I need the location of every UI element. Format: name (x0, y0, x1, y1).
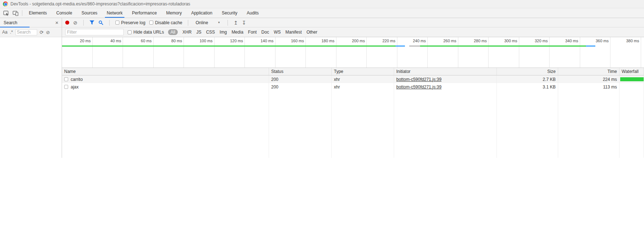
overview-bar-carrito (62, 46, 396, 47)
type-filter-ws[interactable]: WS (274, 30, 281, 35)
chevron-down-icon: ▼ (217, 21, 220, 24)
cell-status: 200 (269, 75, 332, 83)
window-title: DevTools - solgetienda.opt-media.es/es/8… (10, 1, 190, 6)
type-filter-font[interactable]: Font (248, 30, 257, 35)
hide-data-urls-label: Hide data URLs (133, 30, 164, 35)
request-checkbox[interactable] (64, 77, 68, 81)
devtools-content: Search × Aa .* ⟳ ⊘ ⊘ (0, 18, 644, 158)
import-har-icon[interactable]: ↥ (234, 20, 238, 25)
network-panel: ⊘ Preserve log (62, 18, 644, 158)
overview-bars (62, 46, 644, 47)
overview-bar-ajax (586, 46, 595, 47)
devtools-window: DevTools - solgetienda.opt-media.es/es/8… (0, 0, 644, 234)
timeline-tick: 300 ms (489, 37, 519, 68)
timeline-tick: 380 ms (610, 37, 641, 68)
type-filter-all[interactable]: All (168, 29, 178, 35)
network-overview[interactable]: 20 ms40 ms60 ms80 ms100 ms120 ms140 ms16… (62, 37, 644, 68)
network-toolbar: ⊘ Preserve log (62, 18, 644, 27)
record-icon[interactable] (65, 21, 69, 25)
tab-search[interactable]: Search (0, 18, 30, 27)
export-har-icon[interactable]: ↧ (242, 20, 246, 25)
tab-performance[interactable]: Performance (127, 8, 162, 18)
request-checkbox[interactable] (64, 85, 68, 89)
cell-waterfall (619, 83, 644, 91)
empty-column (62, 91, 269, 158)
cell-name[interactable]: carrito (62, 75, 269, 83)
timeline-tick: 340 ms (550, 37, 580, 68)
resource-type-filters: AllXHRJSCSSImgMediaFontDocWSManifestOthe… (168, 29, 317, 35)
column-header-type[interactable]: Type (332, 68, 394, 75)
tab-console[interactable]: Console (52, 8, 77, 18)
filter-input[interactable] (65, 29, 124, 35)
filter-icon[interactable] (89, 20, 94, 25)
tab-sources[interactable]: Sources (77, 8, 102, 18)
type-filter-xhr[interactable]: XHR (182, 30, 191, 35)
timeline-tick: 240 ms (397, 37, 428, 68)
clear-search-icon[interactable]: ⊘ (46, 30, 50, 35)
inspect-element-icon[interactable] (1, 8, 11, 18)
chrome-favicon (3, 1, 8, 6)
type-filter-manifest[interactable]: Manifest (286, 30, 302, 35)
initiator-link[interactable]: bottom-c590fd271.js:39 (396, 77, 441, 82)
cell-initiator: bottom-c590fd271.js:39 (394, 75, 497, 83)
hide-data-urls-box[interactable] (128, 30, 132, 34)
hide-data-urls-checkbox[interactable]: Hide data URLs (128, 30, 164, 35)
type-filter-media[interactable]: Media (231, 30, 243, 35)
tab-memory[interactable]: Memory (162, 8, 186, 18)
clear-requests-icon[interactable]: ⊘ (73, 20, 78, 25)
search-panel: Search × Aa .* ⟳ ⊘ (0, 18, 62, 158)
timeline-tick: 160 ms (275, 37, 306, 68)
type-filter-doc[interactable]: Doc (261, 30, 269, 35)
timeline-tick: 280 ms (458, 37, 489, 68)
refresh-icon[interactable]: ⟳ (40, 30, 44, 35)
empty-column (269, 91, 332, 158)
type-filter-img[interactable]: Img (220, 30, 227, 35)
search-input[interactable] (16, 29, 37, 35)
window-titlebar: DevTools - solgetienda.opt-media.es/es/8… (0, 0, 644, 8)
waterfall-bar (620, 77, 644, 81)
timeline-tick: 140 ms (245, 37, 275, 68)
match-case-button[interactable]: Aa (2, 30, 8, 34)
column-header-size[interactable]: Size (497, 68, 558, 75)
close-icon[interactable]: × (55, 20, 58, 25)
cell-status: 200 (269, 83, 332, 91)
regex-button[interactable]: .* (10, 30, 13, 34)
tab-network[interactable]: Network (102, 8, 127, 18)
column-header-name[interactable]: Name (62, 68, 269, 75)
tab-application[interactable]: Application (186, 8, 217, 18)
search-results-area (0, 37, 62, 158)
preserve-log-checkbox[interactable]: Preserve log (115, 20, 145, 25)
request-row-ajax[interactable]: ajax200xhrbottom-c590fd271.js:393.1 KB11… (62, 83, 644, 91)
column-header-initiator[interactable]: Initiator (394, 68, 497, 75)
search-icon[interactable] (98, 20, 103, 25)
search-tab-label: Search (4, 20, 17, 25)
cell-name[interactable]: ajax (62, 83, 269, 91)
column-header-status[interactable]: Status (269, 68, 332, 75)
tab-audits[interactable]: Audits (242, 8, 263, 18)
type-filter-css[interactable]: CSS (206, 30, 215, 35)
cell-type: xhr (332, 75, 394, 83)
requests-table-empty-area (62, 91, 644, 158)
overview-timeline: 20 ms40 ms60 ms80 ms100 ms120 ms140 ms16… (62, 37, 644, 68)
devtools-tabs: ElementsConsoleSourcesNetworkPerformance… (24, 8, 264, 18)
disable-cache-checkbox[interactable]: Disable cache (149, 20, 182, 25)
throttling-dropdown[interactable]: Online ▼ (194, 20, 222, 25)
timeline-tick: 60 ms (123, 37, 154, 68)
timeline-tick: 260 ms (428, 37, 458, 68)
device-toolbar-icon[interactable] (11, 8, 20, 18)
type-filter-other[interactable]: Other (306, 30, 317, 35)
type-filter-js[interactable]: JS (196, 30, 201, 35)
network-filter-bar: Hide data URLs AllXHRJSCSSImgMediaFontDo… (62, 27, 644, 37)
column-header-time[interactable]: Time (558, 68, 619, 75)
request-row-carrito[interactable]: carrito200xhrbottom-c590fd271.js:392.7 K… (62, 75, 644, 83)
initiator-link[interactable]: bottom-c590fd271.js:39 (396, 84, 441, 90)
overview-bar-ajax (420, 46, 586, 47)
empty-column (558, 91, 619, 158)
tab-security[interactable]: Security (217, 8, 242, 18)
tab-elements[interactable]: Elements (24, 8, 52, 18)
disable-cache-box[interactable] (149, 21, 153, 25)
timeline-tick: 320 ms (519, 37, 550, 68)
preserve-log-box[interactable] (115, 21, 119, 25)
column-header-waterfall[interactable]: Waterfall (619, 68, 644, 75)
preserve-log-label: Preserve log (121, 20, 145, 25)
